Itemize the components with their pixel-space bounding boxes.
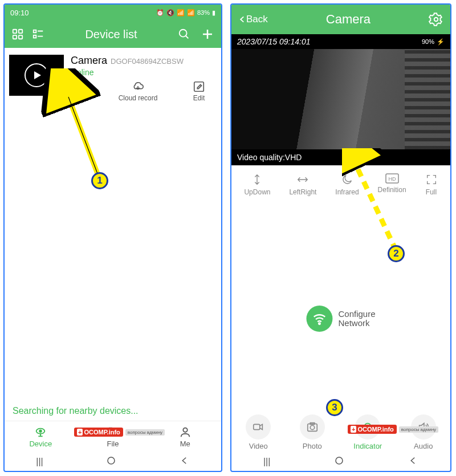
svg-rect-4 xyxy=(34,30,36,33)
status-icons: ⏰ 🔇 📶 📶 83% ▮ xyxy=(156,9,215,17)
home-icon[interactable] xyxy=(334,455,344,468)
photo-icon xyxy=(306,421,319,433)
cloud-icon xyxy=(131,80,145,93)
feed-batt: 90% xyxy=(422,38,434,45)
status-time: 09:10 xyxy=(10,9,29,17)
signal-icon: 📶 xyxy=(187,9,195,17)
play-icon[interactable] xyxy=(25,63,48,87)
gear-icon xyxy=(71,80,83,93)
wifi-icon xyxy=(306,306,332,332)
back-icon[interactable] xyxy=(408,455,418,468)
device-list-screen: 09:10 ⏰ 🔇 📶 📶 83% ▮ Device list xyxy=(3,3,222,472)
callout-1: 1 xyxy=(91,172,108,189)
svg-point-8 xyxy=(180,30,187,37)
feed-overlay-bottom: Video quality:VHD xyxy=(231,149,450,165)
camera-title: Camera xyxy=(326,12,370,27)
battery-text: 83% xyxy=(197,9,210,16)
back-icon[interactable] xyxy=(180,455,190,468)
cloud-record-button[interactable]: Cloud record xyxy=(119,80,158,102)
android-nav: ||| xyxy=(5,453,221,471)
definition-button[interactable]: HD Definition xyxy=(378,173,406,196)
wifi-icon: 📶 xyxy=(177,9,185,17)
infrared-button[interactable]: Infrared xyxy=(335,173,359,196)
configure-network-button[interactable]: ConfigureNetwork xyxy=(306,306,375,332)
camera-thumbnail[interactable] xyxy=(9,55,64,96)
person-icon xyxy=(179,426,192,438)
camera-name: Camera xyxy=(71,55,107,67)
watermark: +OCOMP.info вопросы админу xyxy=(74,428,165,437)
tab-me[interactable]: Me xyxy=(149,421,221,453)
add-icon[interactable] xyxy=(201,27,214,41)
watermark: +OCOMP.info вопросы админу xyxy=(348,425,438,434)
list-view-icon[interactable] xyxy=(32,28,44,40)
camera-icon xyxy=(34,426,47,438)
svg-rect-3 xyxy=(19,35,22,39)
camera-header: Back Camera xyxy=(231,5,450,34)
battery-icon: ▮ xyxy=(212,9,215,17)
video-feed[interactable]: 2023/07/15 09:14:01 90% ⚡ Video quality:… xyxy=(231,34,450,165)
tab-file[interactable]: File xyxy=(77,421,149,453)
camera-status: Online xyxy=(71,68,217,77)
recents-icon[interactable]: ||| xyxy=(36,457,43,467)
svg-point-20 xyxy=(434,18,438,22)
svg-rect-1 xyxy=(19,30,22,33)
callout-2: 2 xyxy=(388,245,405,262)
feed-overlay-top: 2023/07/15 09:14:01 90% ⚡ xyxy=(231,34,450,49)
svg-point-23 xyxy=(319,323,320,324)
updown-icon xyxy=(251,173,263,186)
photo-button[interactable]: Photo xyxy=(300,414,325,450)
page-title: Device list xyxy=(85,28,137,41)
svg-point-18 xyxy=(183,428,187,432)
svg-point-19 xyxy=(108,457,115,464)
svg-rect-24 xyxy=(254,424,260,429)
grid-view-icon[interactable] xyxy=(11,28,24,40)
svg-point-12 xyxy=(75,85,79,88)
configure-network-label: ConfigureNetwork xyxy=(338,310,375,328)
charging-icon: ⚡ xyxy=(437,38,445,46)
feed-image xyxy=(231,49,450,149)
hd-icon: HD xyxy=(385,173,399,184)
recents-icon[interactable]: ||| xyxy=(263,457,270,467)
timestamp: 2023/07/15 09:14:01 xyxy=(237,37,310,46)
android-nav: ||| xyxy=(231,453,450,471)
chevron-left-icon xyxy=(238,14,246,25)
fullscreen-button[interactable]: Full xyxy=(425,173,438,196)
edit-button[interactable]: Edit xyxy=(193,80,205,102)
video-button[interactable]: Video xyxy=(246,414,271,450)
leftright-icon xyxy=(296,173,309,186)
status-bar: 09:10 ⏰ 🔇 📶 📶 83% ▮ xyxy=(5,5,221,21)
control-row: UpDown LeftRight Infrared HD Definition … xyxy=(231,165,450,204)
svg-rect-2 xyxy=(13,35,17,39)
fullscreen-icon xyxy=(425,173,438,186)
callout-3: 3 xyxy=(326,399,343,416)
settings-icon[interactable] xyxy=(429,12,443,27)
video-icon xyxy=(252,421,264,433)
home-icon[interactable] xyxy=(106,455,116,468)
svg-point-28 xyxy=(336,457,343,464)
back-button[interactable]: Back xyxy=(238,14,268,25)
svg-text:HD: HD xyxy=(388,176,396,182)
updown-button[interactable]: UpDown xyxy=(244,173,270,196)
svg-point-26 xyxy=(310,425,314,429)
svg-line-9 xyxy=(186,36,189,39)
alarm-icon: ⏰ xyxy=(156,9,164,17)
mute-icon: 🔇 xyxy=(166,9,174,17)
svg-point-15 xyxy=(39,430,42,432)
header: Device list xyxy=(5,21,221,48)
video-quality: Video quality:VHD xyxy=(237,153,302,162)
svg-rect-0 xyxy=(13,30,17,33)
edit-icon xyxy=(193,80,205,93)
leftright-button[interactable]: LeftRight xyxy=(289,173,316,196)
searching-text: Searching for nearby devices... xyxy=(13,406,139,416)
settings-button[interactable]: Sett xyxy=(71,80,83,102)
device-card[interactable]: Camera DGOF048694ZCBSW Online Sett Cloud… xyxy=(9,55,217,102)
tab-device[interactable]: Device xyxy=(5,421,77,453)
search-icon[interactable] xyxy=(178,28,190,40)
moon-icon xyxy=(341,173,353,186)
tab-bar: Device File Me xyxy=(5,421,221,453)
camera-id: DGOF048694ZCBSW xyxy=(111,57,184,66)
svg-rect-6 xyxy=(34,35,36,38)
